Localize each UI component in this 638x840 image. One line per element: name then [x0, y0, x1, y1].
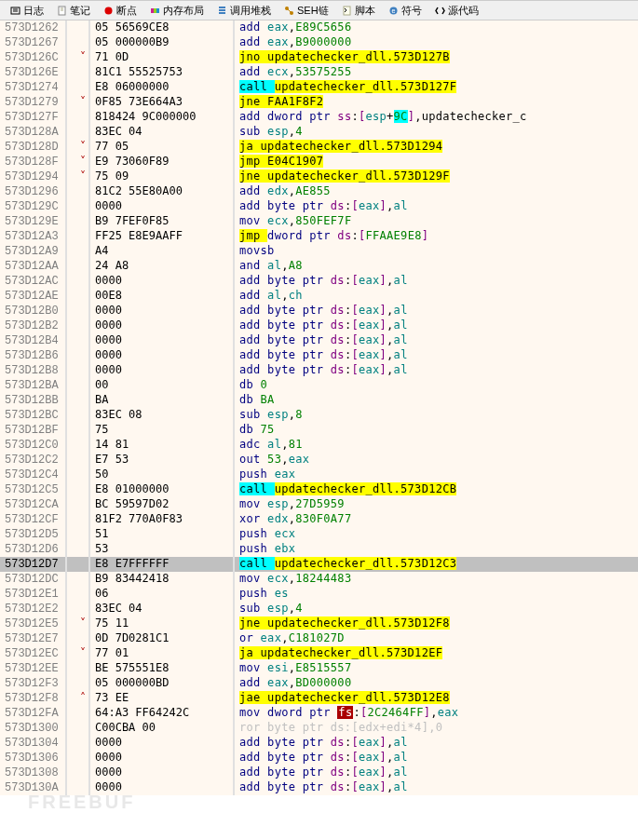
- disasm-row[interactable]: 573D129C0000add byte ptr ds:[eax],al: [0, 199, 638, 214]
- jump-marker: [67, 438, 90, 453]
- address-cell: 573D12AA: [0, 259, 67, 274]
- bytes-cell: 73 EE: [90, 691, 235, 706]
- disasm-row[interactable]: 573D12C2E7 53out 53,eax: [0, 453, 638, 467]
- disasm-row[interactable]: 573D12B60000add byte ptr ds:[eax],al: [0, 348, 638, 363]
- jump-marker: ˅: [67, 155, 90, 169]
- disasm-row[interactable]: 573D13080000add byte ptr ds:[eax],al: [0, 765, 638, 780]
- disasm-row[interactable]: 573D12C450push eax: [0, 467, 638, 482]
- disasm-row[interactable]: 573D12E283EC 04sub esp,4: [0, 602, 638, 616]
- disasm-row[interactable]: 573D12BBBAdb BA: [0, 393, 638, 408]
- disasm-row[interactable]: 573D126205 56569CE8add eax,E89C5656: [0, 20, 638, 35]
- bytes-cell: E7 53: [90, 453, 235, 467]
- jump-marker: [67, 244, 90, 259]
- address-cell: 573D1267: [0, 35, 67, 50]
- jump-marker: ˅: [67, 616, 90, 631]
- disasm-row[interactable]: 573D12A3FF25 E8E9AAFFjmp dword ptr ds:[F…: [0, 229, 638, 244]
- disasm-row[interactable]: 573D13040000add byte ptr ds:[eax],al: [0, 736, 638, 751]
- bytes-cell: 0000: [90, 274, 235, 289]
- disasm-row[interactable]: 573D12E106push es: [0, 587, 638, 602]
- address-cell: 573D12B4: [0, 333, 67, 348]
- disasm-row[interactable]: 573D129681C2 55E80A00add edx,AE855: [0, 184, 638, 199]
- instruction-cell: ror byte ptr ds:[edx+edi*4],0: [235, 721, 638, 736]
- toolbar-source[interactable]: 源代码: [428, 1, 485, 20]
- disasm-row[interactable]: 573D12AA24 A8and al,A8: [0, 259, 638, 274]
- instruction-cell: mov ecx,850FEF7F: [235, 214, 638, 229]
- disasm-row[interactable]: 573D12A9A4movsb: [0, 244, 638, 259]
- disasm-row[interactable]: 573D128D˅77 05ja updatechecker_dll.573D1…: [0, 140, 638, 155]
- disasm-row[interactable]: 573D12B80000add byte ptr ds:[eax],al: [0, 363, 638, 378]
- disasm-row[interactable]: 573D12DCB9 83442418mov ecx,18244483: [0, 572, 638, 587]
- bytes-cell: 0000: [90, 333, 235, 348]
- disasm-row[interactable]: 573D12D7E8 E7FFFFFFcall updatechecker_dl…: [0, 557, 638, 572]
- disassembly-view[interactable]: 573D126205 56569CE8add eax,E89C5656573D1…: [0, 20, 638, 795]
- address-cell: 573D1279: [0, 95, 67, 110]
- disasm-row[interactable]: 573D12B00000add byte ptr ds:[eax],al: [0, 304, 638, 318]
- bytes-cell: 83EC 08: [90, 408, 235, 423]
- toolbar-seh[interactable]: SEH链: [278, 1, 335, 20]
- bytes-cell: 05 000000BD: [90, 676, 235, 691]
- toolbar-notes[interactable]: 笔记: [50, 1, 97, 20]
- script-icon: [342, 6, 352, 16]
- source-icon: [435, 6, 445, 16]
- disasm-row[interactable]: 573D128A83EC 04sub esp,4: [0, 125, 638, 140]
- disasm-row[interactable]: 573D12B20000add byte ptr ds:[eax],al: [0, 318, 638, 333]
- address-cell: 573D126E: [0, 65, 67, 80]
- memory-icon: [150, 6, 160, 16]
- disasm-row[interactable]: 573D12BA00db 0: [0, 378, 638, 393]
- bytes-cell: 75 09: [90, 169, 235, 184]
- disasm-row[interactable]: 573D12CF81F2 770A0F83xor edx,830F0A77: [0, 512, 638, 527]
- toolbar-callstack[interactable]: 调用堆栈: [210, 1, 278, 20]
- toolbar-symbols[interactable]: e符号: [382, 1, 428, 20]
- disasm-row[interactable]: 573D126E81C1 55525753add ecx,53575255: [0, 65, 638, 80]
- jump-marker: [67, 423, 90, 438]
- disasm-row[interactable]: 573D12C5E8 01000000call updatechecker_dl…: [0, 482, 638, 497]
- disasm-row[interactable]: 573D12F8˄73 EEjae updatechecker_dll.573D…: [0, 691, 638, 706]
- disasm-row[interactable]: 573D12EC˅77 01ja updatechecker_dll.573D1…: [0, 646, 638, 661]
- toolbar-breakpoint[interactable]: 断点: [97, 1, 143, 20]
- address-cell: 573D1308: [0, 765, 67, 780]
- disasm-row[interactable]: 573D1279˅0F85 73E664A3jne FAA1F8F2: [0, 95, 638, 110]
- disasm-row[interactable]: 573D12AC0000add byte ptr ds:[eax],al: [0, 274, 638, 289]
- instruction-cell: add byte ptr ds:[eax],al: [235, 333, 638, 348]
- toolbar-script[interactable]: 脚本: [335, 1, 382, 20]
- disasm-row[interactable]: 573D12B40000add byte ptr ds:[eax],al: [0, 333, 638, 348]
- disasm-row[interactable]: 573D12BC83EC 08sub esp,8: [0, 408, 638, 423]
- disasm-row[interactable]: 573D1300C00CBA 00ror byte ptr ds:[edx+ed…: [0, 721, 638, 736]
- instruction-cell: add eax,B9000000: [235, 35, 638, 50]
- instruction-cell: add byte ptr ds:[eax],al: [235, 736, 638, 751]
- disasm-row[interactable]: 573D128F˅E9 73060F89jmp E04C1907: [0, 155, 638, 169]
- disasm-row[interactable]: 573D12D653push ebx: [0, 542, 638, 557]
- disasm-row[interactable]: 573D12CABC 59597D02mov esp,27D5959: [0, 497, 638, 512]
- address-cell: 573D12B0: [0, 304, 67, 318]
- callstack-icon: [217, 6, 227, 16]
- toolbar-log[interactable]: 日志: [4, 1, 50, 20]
- disasm-row[interactable]: 573D12E70D 7D0281C1or eax,C181027D: [0, 631, 638, 646]
- disasm-row[interactable]: 573D1274E8 06000000call updatechecker_dl…: [0, 80, 638, 95]
- disasm-row[interactable]: 573D130A0000add byte ptr ds:[eax],al: [0, 780, 638, 795]
- disasm-row[interactable]: 573D12E5˅75 11jne updatechecker_dll.573D…: [0, 616, 638, 631]
- jump-marker: [67, 572, 90, 587]
- disasm-row[interactable]: 573D12F305 000000BDadd eax,BD000000: [0, 676, 638, 691]
- disasm-row[interactable]: 573D12AE00E8add al,ch: [0, 289, 638, 304]
- jump-marker: [67, 35, 90, 50]
- disasm-row[interactable]: 573D1294˅75 09jne updatechecker_dll.573D…: [0, 169, 638, 184]
- toolbar-memory[interactable]: 内存布局: [143, 1, 210, 20]
- disasm-row[interactable]: 573D126705 000000B9add eax,B9000000: [0, 35, 638, 50]
- disasm-row[interactable]: 573D12C014 81adc al,81: [0, 438, 638, 453]
- disasm-row[interactable]: 573D127F818424 9C000000add dword ptr ss:…: [0, 110, 638, 125]
- instruction-cell: mov ecx,18244483: [235, 572, 638, 587]
- address-cell: 573D12B8: [0, 363, 67, 378]
- disasm-row[interactable]: 573D12EEBE 575551E8mov esi,E8515557: [0, 661, 638, 676]
- disasm-row[interactable]: 573D126C˅71 0Djno updatechecker_dll.573D…: [0, 50, 638, 65]
- instruction-cell: jae updatechecker_dll.573D12E8: [235, 691, 638, 706]
- instruction-cell: add ecx,53575255: [235, 65, 638, 80]
- address-cell: 573D12E7: [0, 631, 67, 646]
- disasm-row[interactable]: 573D12BF75db 75: [0, 423, 638, 438]
- seh-icon: [284, 6, 294, 16]
- disasm-row[interactable]: 573D13060000add byte ptr ds:[eax],al: [0, 751, 638, 765]
- disasm-row[interactable]: 573D12D551push ecx: [0, 527, 638, 542]
- disasm-row[interactable]: 573D129EB9 7FEF0F85mov ecx,850FEF7F: [0, 214, 638, 229]
- bytes-cell: 00: [90, 378, 235, 393]
- bytes-cell: 0000: [90, 348, 235, 363]
- disasm-row[interactable]: 573D12FA64:A3 FF64242Cmov dword ptr fs:[…: [0, 706, 638, 721]
